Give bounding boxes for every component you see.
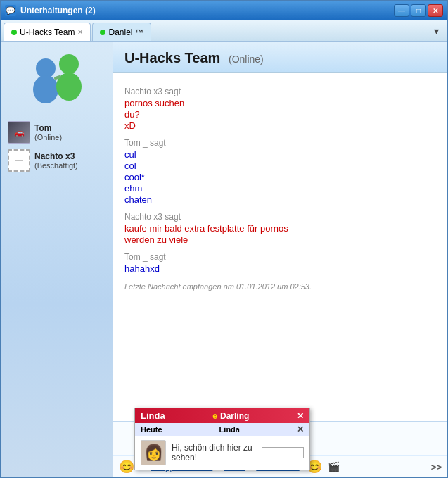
message-group-3: Nachto x3 sagt kaufe mir bald extra fest…: [124, 212, 436, 245]
maximize-button[interactable]: □: [411, 4, 426, 17]
edarling-popup: Linda eDarling ✕ Heute Linda ✕ 👩 Hi, sch…: [134, 408, 310, 470]
contact-name-tom: Tom _: [34, 123, 62, 133]
msg-line-2-4: ehm: [124, 183, 436, 194]
svg-point-2: [59, 54, 79, 74]
msg-line-1-1: pornos suchen: [124, 98, 436, 108]
chat-header: U-Hacks Team (Online): [113, 42, 447, 73]
contact-status-tom: (Online): [34, 133, 62, 141]
edarling-reply-input[interactable]: [262, 447, 304, 458]
tab-uhacks-close[interactable]: ✕: [77, 28, 83, 36]
window-title: Unterhaltungen (2): [20, 6, 394, 15]
contact-info-tom: Tom _ (Online): [34, 123, 62, 141]
message-group-2: Tom _ sagt cul col cool* ehm chaten: [124, 138, 436, 205]
close-button[interactable]: ✕: [428, 4, 443, 17]
edarling-header: Linda eDarling ✕: [135, 408, 309, 423]
sidebar: 🚗 Tom _ (Online) ── Nachto x3: [1, 42, 113, 477]
contact-info-nachto: Nachto x3 (Beschäftigt): [34, 151, 78, 170]
edarling-avatar: 👩: [141, 440, 166, 465]
tab-daniel-label: Daniel ™: [108, 27, 143, 37]
message-group-1: Nachto x3 sagt pornos suchen du? xD: [124, 87, 436, 131]
svg-point-1: [33, 75, 58, 103]
sender-label-1: Nachto x3 sagt: [124, 87, 436, 96]
contact-name-nachto: Nachto x3: [34, 151, 78, 161]
svg-point-0: [36, 58, 56, 78]
group-avatar-icon: [23, 49, 90, 108]
edarling-sub-header: Heute Linda ✕: [135, 423, 309, 436]
contact-status-nachto: (Beschäftigt): [34, 161, 78, 170]
title-bar: 💬 Unterhaltungen (2) — □ ✕: [1, 1, 447, 20]
tab-uhacks[interactable]: U-Hacks Team ✕: [4, 23, 91, 41]
tab-dropdown-button[interactable]: ▾: [428, 25, 444, 37]
sender-label-3: Nachto x3 sagt: [124, 212, 436, 222]
status-dot-daniel: [100, 30, 105, 35]
msg-line-3-1: kaufe mir bald extra festplatte für porn…: [124, 223, 436, 234]
status-dot-uhacks: [11, 30, 17, 35]
chat-status: (Online): [229, 54, 264, 65]
msg-line-3-2: werden zu viele: [124, 234, 436, 245]
tab-bar: U-Hacks Team ✕ Daniel ™ ▾: [1, 20, 447, 42]
msg-line-1-3: xD: [124, 120, 436, 131]
edarling-message-text: Hi, schön dich hier zu sehen!: [172, 443, 259, 463]
emoji-button-left[interactable]: 😊: [119, 459, 134, 474]
main-window: 💬 Unterhaltungen (2) — □ ✕ U-Hacks Team …: [0, 0, 448, 478]
sender-label-2: Tom _ sagt: [124, 138, 436, 148]
tab-daniel[interactable]: Daniel ™: [92, 23, 151, 41]
edarling-close-button[interactable]: ✕: [297, 411, 304, 421]
contact-item-nachto[interactable]: ── Nachto x3 (Beschäftigt): [5, 148, 108, 173]
edarling-today-label: Heute: [141, 425, 162, 434]
edarling-body: 👩 Hi, schön dich hier zu sehen!: [135, 436, 309, 470]
chat-group-name: U-Hacks Team: [124, 50, 220, 65]
last-message-info: Letzte Nachricht empfangen am 01.01.2012…: [124, 282, 436, 291]
edarling-sub-close-button[interactable]: ✕: [297, 424, 304, 434]
contact-avatar-nachto: ──: [8, 149, 30, 172]
msg-line-2-1: cul: [124, 149, 436, 160]
edarling-brand: eDarling: [212, 411, 249, 421]
msg-line-2-3: cool*: [124, 172, 436, 182]
msg-line-1-2: du?: [124, 109, 436, 120]
chat-messages[interactable]: Nachto x3 sagt pornos suchen du? xD Tom …: [113, 73, 447, 421]
more-options-button[interactable]: >>: [431, 462, 442, 472]
edarling-contact-name: Linda: [141, 410, 165, 421]
sender-label-4: Tom _ sagt: [124, 252, 436, 262]
contact-list: 🚗 Tom _ (Online) ── Nachto x3: [1, 115, 113, 177]
tab-uhacks-label: U-Hacks Team: [20, 27, 75, 37]
msg-line-4-1: hahahxd: [124, 263, 436, 274]
msg-line-2-2: col: [124, 161, 436, 171]
content-area: 🚗 Tom _ (Online) ── Nachto x3: [1, 42, 447, 477]
svg-line-4: [56, 77, 60, 78]
edarling-e: e: [212, 411, 217, 421]
edarling-sub-name: Linda: [219, 425, 240, 434]
message-group-4: Tom _ sagt hahahxd: [124, 252, 436, 274]
msg-line-2-5: chaten: [124, 194, 436, 205]
edarling-message-area: Hi, schön dich hier zu sehen!: [172, 443, 304, 463]
app-icon: 💬: [5, 5, 16, 16]
minimize-button[interactable]: —: [394, 4, 409, 17]
sidebar-header: [1, 42, 113, 115]
contact-item-tom[interactable]: 🚗 Tom _ (Online): [5, 120, 108, 145]
wink-button[interactable]: 🎬: [325, 460, 343, 474]
contact-avatar-tom: 🚗: [8, 121, 30, 144]
window-controls: — □ ✕: [394, 4, 443, 17]
